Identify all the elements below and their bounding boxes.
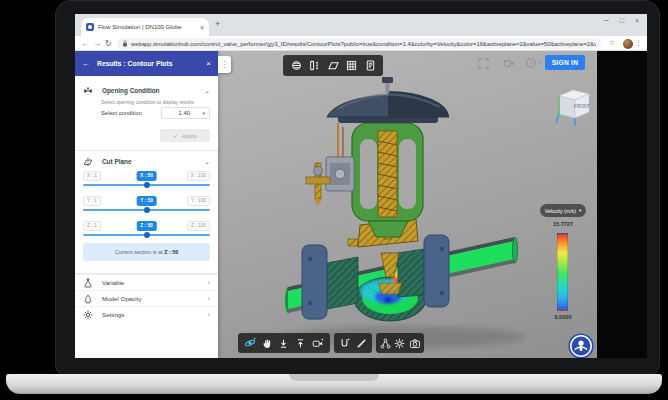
viewport-right-band bbox=[597, 51, 647, 358]
fullscreen-icon[interactable] bbox=[478, 58, 489, 69]
apply-label: Apply bbox=[182, 133, 197, 139]
tab-close-icon[interactable]: × bbox=[200, 24, 204, 31]
current-section-info: Current section is at Z : 50 bbox=[83, 243, 210, 261]
camera-toolbar bbox=[238, 333, 330, 353]
window-minimize-button[interactable]: ─ bbox=[604, 17, 609, 24]
legend-variable-dropdown[interactable]: Velocity (m/s) ▾ bbox=[540, 204, 586, 217]
valve-3d-model[interactable] bbox=[218, 51, 597, 358]
snapshot-camera-icon[interactable] bbox=[409, 338, 421, 349]
slider-x[interactable]: X : 1 X : 50 X : 100 bbox=[83, 171, 210, 182]
contour-slice-icon[interactable] bbox=[309, 60, 320, 71]
panel-header: ← Results : Contour Plots × bbox=[75, 51, 218, 76]
tab-title: Flow Simulation | DN100 Globe bbox=[98, 24, 196, 30]
laptop-screen: Flow Simulation | DN100 Globe × + ─ □ × … bbox=[75, 14, 647, 358]
probe-icon[interactable] bbox=[339, 338, 350, 349]
utility-toolbar bbox=[376, 333, 424, 353]
cut-plane-icon[interactable] bbox=[328, 60, 339, 71]
video-icon[interactable] bbox=[503, 58, 515, 69]
reload-button[interactable]: ↻ bbox=[105, 39, 112, 48]
section-variable[interactable]: Variable ‹ bbox=[75, 274, 218, 290]
slider-y[interactable]: Y : 1 Y : 50 Y : 100 bbox=[83, 196, 210, 207]
view-cube[interactable]: FRONT bbox=[554, 83, 596, 129]
results-toolbar bbox=[283, 55, 383, 76]
opening-condition-header[interactable]: Opening Condition ⌄ bbox=[75, 83, 218, 98]
section-settings-label: Settings bbox=[102, 311, 199, 318]
condition-select[interactable]: 1.40 ▾ bbox=[161, 107, 210, 119]
window-maximize-button[interactable]: □ bbox=[620, 17, 624, 24]
zoom-out-icon[interactable] bbox=[278, 338, 289, 349]
chevron-down-icon[interactable]: ⌄ bbox=[204, 158, 210, 166]
legend-max-value: 15.7727 bbox=[540, 221, 586, 227]
window-close-button[interactable]: × bbox=[635, 17, 639, 24]
help-caret-icon[interactable]: ▾ bbox=[538, 60, 540, 65]
gear-icon bbox=[83, 310, 93, 320]
section-model-opacity-label: Model Opacity bbox=[102, 295, 199, 302]
panel-back-icon[interactable]: ← bbox=[82, 59, 90, 68]
grid-icon[interactable] bbox=[346, 60, 357, 71]
simulationhub-logo-icon bbox=[568, 333, 594, 358]
settings-gear-icon[interactable] bbox=[394, 338, 405, 349]
slider-x-thumb[interactable] bbox=[144, 182, 150, 188]
panel-close-icon[interactable]: × bbox=[206, 59, 211, 68]
flask-icon bbox=[83, 278, 93, 288]
select-caret-icon: ▾ bbox=[202, 110, 205, 116]
streamlines-icon[interactable] bbox=[291, 60, 302, 71]
slider-z-thumb[interactable] bbox=[144, 232, 150, 238]
apply-button[interactable]: ✓ Apply bbox=[160, 129, 210, 142]
view-cube-label: FRONT bbox=[574, 104, 590, 109]
bookmark-star-icon[interactable]: ☆ bbox=[609, 39, 615, 47]
laptop-base bbox=[6, 374, 662, 394]
simulationhub-favicon-icon bbox=[86, 23, 94, 31]
browser-titlebar: Flow Simulation | DN100 Globe × + ─ □ × bbox=[75, 14, 647, 36]
pan-hand-icon[interactable] bbox=[262, 338, 273, 349]
opening-condition-hint: Select opening condition to display resu… bbox=[101, 99, 194, 105]
slider-y-value: Y : 50 bbox=[136, 196, 157, 206]
measure-icon[interactable] bbox=[356, 338, 367, 349]
section-settings[interactable]: Settings ‹ bbox=[75, 306, 218, 322]
cut-plane-section-icon bbox=[83, 157, 93, 167]
droplet-icon bbox=[83, 294, 93, 304]
chevron-down-icon[interactable]: ⌄ bbox=[204, 87, 210, 95]
slider-x-value: X : 50 bbox=[136, 171, 157, 181]
forward-button[interactable]: → bbox=[93, 39, 101, 48]
slider-y-max: Y : 100 bbox=[187, 196, 210, 206]
slider-z[interactable]: Z : 1 Z : 50 Z : 100 bbox=[83, 221, 210, 232]
share-icon[interactable] bbox=[380, 338, 391, 349]
chevron-left-icon[interactable]: ‹ bbox=[208, 295, 210, 302]
slider-x-min: X : 1 bbox=[83, 171, 101, 181]
camera-view-icon[interactable] bbox=[312, 338, 324, 349]
orbit-icon[interactable] bbox=[244, 337, 256, 349]
panel-title: Results : Contour Plots bbox=[97, 60, 199, 67]
measure-toolbar bbox=[334, 333, 372, 353]
url-input[interactable]: webapp.simulationhub.com/control_valve_p… bbox=[117, 38, 601, 49]
back-button[interactable]: ← bbox=[81, 39, 89, 48]
select-condition-label: Select condition bbox=[101, 110, 142, 116]
panel-menu-handle[interactable]: ⋮ bbox=[218, 56, 231, 73]
chevron-left-icon[interactable]: ‹ bbox=[208, 279, 210, 286]
cut-plane-header[interactable]: Cut Plane ⌄ bbox=[75, 154, 218, 169]
slider-z-min: Z : 1 bbox=[83, 221, 101, 231]
legend-colorbar bbox=[557, 233, 568, 311]
zoom-in-icon[interactable] bbox=[295, 338, 306, 349]
results-panel: ← Results : Contour Plots × Opening Cond… bbox=[75, 51, 218, 358]
current-section-value: Z : 50 bbox=[164, 249, 178, 255]
app-area: ? ▾ SIGN IN FRONT Velocity (m/s) ▾ 15.77… bbox=[75, 51, 647, 358]
legend-caret-icon: ▾ bbox=[579, 208, 581, 213]
section-model-opacity[interactable]: Model Opacity ‹ bbox=[75, 290, 218, 306]
slider-y-min: Y : 1 bbox=[83, 196, 101, 206]
legend-title: Velocity (m/s) bbox=[545, 208, 576, 214]
help-icon[interactable]: ? bbox=[526, 58, 536, 68]
slider-z-value: Z : 50 bbox=[136, 221, 157, 231]
report-icon[interactable] bbox=[365, 60, 376, 71]
viewport-3d[interactable]: ? ▾ SIGN IN FRONT Velocity (m/s) ▾ 15.77… bbox=[218, 51, 597, 358]
new-tab-button[interactable]: + bbox=[215, 20, 220, 29]
current-section-text: Current section is at bbox=[115, 249, 163, 255]
browser-menu-icon[interactable]: ⋮ bbox=[635, 39, 642, 47]
slider-y-thumb[interactable] bbox=[144, 207, 150, 213]
sign-in-button[interactable]: SIGN IN bbox=[545, 55, 585, 70]
chevron-left-icon[interactable]: ‹ bbox=[208, 311, 210, 318]
browser-tab[interactable]: Flow Simulation | DN100 Globe × bbox=[81, 18, 209, 36]
slider-x-max: X : 100 bbox=[187, 171, 210, 181]
profile-avatar[interactable] bbox=[623, 39, 633, 49]
legend-min-value: 0.0000 bbox=[540, 314, 586, 320]
